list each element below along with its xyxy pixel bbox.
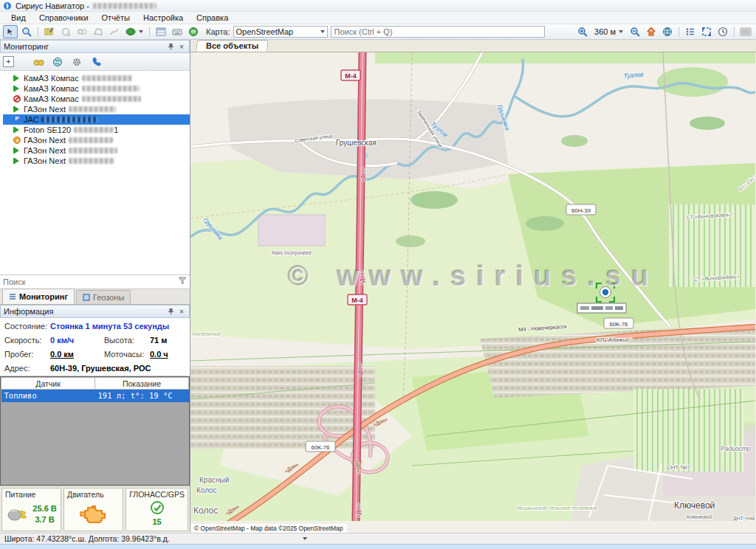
history-clock-icon[interactable]	[715, 25, 730, 38]
statusbar: Широта: 47.43238°с.ш. Долгота: 39.96423°…	[0, 533, 756, 544]
tab-geozones[interactable]: Геозоны	[76, 290, 131, 304]
phone-icon[interactable]	[89, 55, 103, 69]
select-area-icon[interactable]	[699, 25, 714, 38]
menu-directories[interactable]: Справочники	[32, 13, 95, 23]
value-col-header: Показание	[95, 378, 189, 390]
vehicle-row[interactable]: ГАЗон Next	[3, 145, 190, 156]
hours-value[interactable]: 0.0 ч	[150, 350, 185, 359]
status-moving-icon	[13, 157, 21, 165]
globe-icon[interactable]	[660, 25, 675, 38]
svg-text:«Дон»: «Дон»	[360, 270, 365, 285]
traffic-icon[interactable]	[186, 25, 201, 38]
vehicle-row[interactable]: Foton SE1201	[3, 125, 190, 135]
map-area: Все объекты	[190, 40, 756, 533]
plate-redacted	[69, 106, 116, 112]
mileage-label: Пробег:	[4, 350, 50, 359]
svg-text:М-4: М-4	[351, 297, 363, 304]
pin-icon[interactable]	[166, 42, 175, 51]
toolbar-separator	[38, 27, 38, 37]
power-label: Питание	[5, 490, 58, 499]
pan-tool-icon[interactable]	[3, 25, 18, 38]
vehicle-name: ГАЗон Next	[24, 105, 66, 114]
expand-all-button[interactable]: +	[3, 56, 14, 67]
link-geozone-icon[interactable]	[75, 25, 89, 38]
info-panel-header: Информация ×	[0, 305, 190, 318]
svg-text:М-4: М-4	[345, 72, 357, 80]
vehicle-row[interactable]: КамАЗ Компас	[3, 83, 190, 94]
svg-text:Мишкинское сельское поселение: Мишкинское сельское поселение	[517, 505, 597, 511]
vehicle-row-selected[interactable]: JAC	[3, 114, 190, 125]
power-main-value: 25.6 В	[32, 503, 56, 514]
plate-redacted	[69, 148, 117, 153]
menu-settings[interactable]: Настройка	[137, 13, 190, 23]
map-tab-all-objects[interactable]: Все объекты	[196, 40, 269, 52]
sidebar-tabs: Мониторинг Геозоны	[0, 289, 190, 305]
window-frame-bottom	[0, 544, 756, 549]
minimap-icon[interactable]	[738, 25, 753, 38]
plate-redacted	[82, 75, 132, 81]
vehicle-row[interactable]: КамАЗ Компас	[3, 94, 190, 104]
table-view-icon[interactable]	[154, 25, 168, 38]
mileage-value[interactable]: 0.0 км	[50, 350, 104, 359]
map-select-label: Карта:	[206, 27, 230, 36]
track-color-dropdown[interactable]	[123, 25, 145, 38]
map-select[interactable]: OpenStreetMap	[233, 26, 328, 38]
binoculars-icon[interactable]	[31, 55, 46, 69]
show-on-map-globe-icon[interactable]	[50, 55, 65, 69]
svg-text:поселение: поселение	[192, 331, 221, 337]
keyboard-icon[interactable]	[170, 25, 185, 38]
map-landuse	[190, 52, 755, 521]
settings-gear-icon[interactable]	[69, 55, 84, 69]
speed-value: 0 км/ч	[50, 336, 104, 345]
zoom-in-icon[interactable]	[575, 25, 590, 38]
status-parked-icon	[13, 116, 21, 123]
path-tool-icon[interactable]	[107, 25, 122, 38]
legend-list-icon[interactable]	[683, 25, 698, 38]
map-tab-label: Все объекты	[206, 41, 258, 50]
close-icon[interactable]: ×	[177, 42, 186, 51]
home-icon[interactable]	[644, 25, 659, 38]
tree-toolbar: +	[0, 53, 190, 71]
zoom-out-icon[interactable]	[628, 25, 642, 38]
vehicle-name-suffix: 1	[114, 125, 118, 134]
vehicle-row[interactable]: ГАЗон Next	[3, 104, 190, 114]
status-no-signal-icon	[13, 95, 21, 103]
polygon-tool-icon[interactable]	[91, 25, 106, 38]
plug-icon	[6, 505, 28, 524]
filter-funnel-icon[interactable]	[178, 277, 187, 287]
toolbar-separator	[678, 27, 679, 37]
menu-help[interactable]: Справка	[190, 13, 235, 23]
statusbar-caret-icon[interactable]	[303, 537, 307, 540]
close-icon[interactable]: ×	[177, 307, 186, 316]
sensor-row-fuel[interactable]: Топливо 191 л; t°: 19 °C	[1, 390, 189, 402]
add-geozone-icon[interactable]	[58, 25, 73, 38]
toolbar-separator	[149, 27, 150, 37]
status-idle-icon	[13, 137, 21, 144]
zoom-to-object-icon[interactable]	[19, 25, 34, 38]
vehicle-name: ГАЗон Next	[24, 146, 66, 155]
plate-redacted	[69, 158, 114, 164]
menu-view[interactable]: Вид	[4, 13, 32, 23]
gps-check-icon	[150, 500, 165, 517]
vehicle-name: КамАЗ Компас	[24, 84, 79, 93]
search-input[interactable]	[331, 26, 545, 38]
gauges-panel: Питание 25.6 В 3.7 В Двигатель	[0, 486, 190, 533]
vehicle-row[interactable]: ГАЗон Next	[3, 156, 190, 166]
geozone-icon	[83, 294, 90, 301]
pin-icon[interactable]	[166, 307, 175, 316]
tab-monitoring[interactable]: Мониторинг	[2, 289, 75, 304]
plate-redacted	[69, 137, 113, 143]
map-canvas[interactable]: «Дон» «Дон» «Дон» «Дон» «Дон» «Дон» «Дон…	[190, 52, 756, 533]
address-value: 60Н-39, Грушевская, РОС	[50, 364, 185, 373]
power-gauge: Питание 25.6 В 3.7 В	[1, 488, 61, 531]
map-scale-dropdown[interactable]: 360 м	[591, 25, 627, 38]
vehicle-row[interactable]: КамАЗ Компас	[3, 73, 190, 83]
sensor-panel: Датчик Показание Топливо 191 л; t°: 19 °…	[0, 376, 190, 486]
svg-text:60Н-39: 60Н-39	[571, 207, 591, 214]
edit-map-icon[interactable]	[42, 25, 57, 38]
monitoring-panel-header: Мониторинг ×	[0, 40, 190, 53]
menu-reports[interactable]: Отчёты	[95, 13, 137, 23]
svg-text:Красный: Красный	[199, 476, 229, 484]
vehicle-filter-input[interactable]	[3, 277, 178, 286]
vehicle-row[interactable]: ГАЗон Next	[3, 135, 190, 145]
